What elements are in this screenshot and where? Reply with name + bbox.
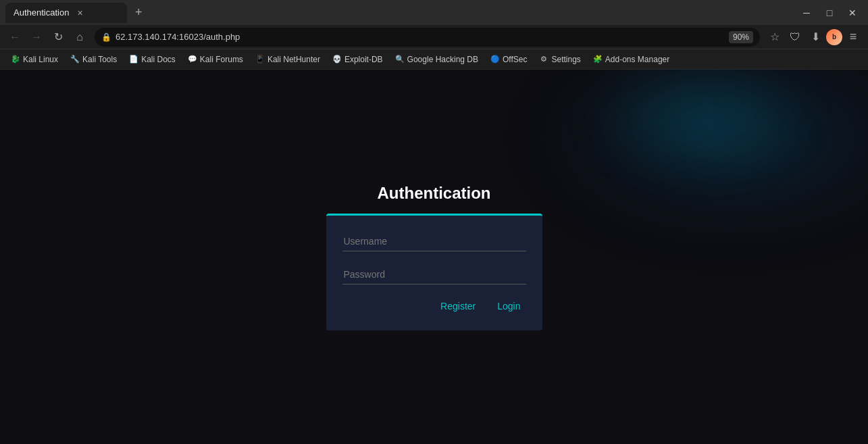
bookmark-star-button[interactable]: ☆ — [765, 28, 784, 47]
auth-card: Register Login — [326, 214, 542, 330]
kali-nethunter-favicon: 📱 — [255, 55, 265, 64]
navigation-bar: ← → ↻ ⌂ 🔒 90% ☆ 🛡 ⬇ b ≡ — [0, 25, 868, 49]
bookmark-settings[interactable]: ⚙Settings — [534, 53, 586, 66]
password-field-group — [342, 265, 526, 285]
google-hacking-db-label: Google Hacking DB — [407, 55, 478, 64]
new-tab-button[interactable]: + — [131, 5, 147, 20]
google-hacking-db-favicon: 🔍 — [395, 55, 405, 64]
forward-button[interactable]: → — [27, 28, 46, 47]
bookmark-offsec[interactable]: 🔵OffSec — [485, 53, 532, 66]
bookmark-kali-tools[interactable]: 🔧Kali Tools — [65, 53, 122, 66]
maximize-button[interactable]: □ — [819, 5, 840, 21]
window-controls: ─ □ ✕ — [796, 5, 863, 21]
form-actions: Register Login — [342, 298, 526, 314]
kali-tools-label: Kali Tools — [82, 55, 117, 64]
minimize-button[interactable]: ─ — [796, 5, 817, 21]
bookmarks-bar: 🐉Kali Linux🔧Kali Tools📄Kali Docs💬Kali Fo… — [0, 49, 868, 70]
bookmark-kali-nethunter[interactable]: 📱Kali NetHunter — [250, 53, 326, 66]
bookmark-exploit-db[interactable]: 💀Exploit-DB — [327, 53, 388, 66]
settings-label: Settings — [551, 55, 580, 64]
title-bar: Authentication × + ─ □ ✕ — [0, 0, 868, 25]
address-input[interactable] — [116, 32, 725, 42]
bookmark-kali-linux[interactable]: 🐉Kali Linux — [5, 53, 63, 66]
menu-button[interactable]: ≡ — [844, 28, 863, 47]
security-icon: 🔒 — [101, 32, 111, 42]
addons-manager-favicon: 🧩 — [593, 55, 603, 64]
refresh-button[interactable]: ↻ — [49, 28, 68, 47]
bookmark-kali-docs[interactable]: 📄Kali Docs — [124, 53, 181, 66]
browser-chrome: Authentication × + ─ □ ✕ ← → ↻ ⌂ 🔒 90% ☆… — [0, 0, 868, 70]
close-button[interactable]: ✕ — [842, 5, 863, 21]
bookmark-google-hacking-db[interactable]: 🔍Google Hacking DB — [390, 53, 484, 66]
nav-right-icons: ☆ 🛡 ⬇ b ≡ — [765, 28, 863, 47]
kali-forums-label: Kali Forums — [200, 55, 243, 64]
zoom-level[interactable]: 90% — [729, 31, 753, 43]
kali-linux-favicon: 🐉 — [11, 55, 20, 64]
pocket-button[interactable]: 🛡 — [786, 28, 805, 47]
home-button[interactable]: ⌂ — [70, 28, 89, 47]
download-button[interactable]: ⬇ — [806, 28, 825, 47]
active-tab[interactable]: Authentication × — [5, 3, 127, 23]
password-input[interactable] — [342, 265, 526, 285]
auth-container: Authentication Register Login — [326, 184, 542, 330]
kali-docs-label: Kali Docs — [141, 55, 176, 64]
exploit-db-label: Exploit-DB — [344, 55, 383, 64]
offsec-label: OffSec — [503, 55, 527, 64]
kali-linux-label: Kali Linux — [23, 55, 58, 64]
kali-nethunter-label: Kali NetHunter — [267, 55, 320, 64]
username-field-group — [342, 232, 526, 251]
bookmark-addons-manager[interactable]: 🧩Add-ons Manager — [588, 53, 675, 66]
bookmark-kali-forums[interactable]: 💬Kali Forums — [182, 53, 249, 66]
tab-close-icon[interactable]: × — [77, 7, 82, 18]
burp-suite-icon[interactable]: b — [826, 29, 842, 45]
address-bar-container: 🔒 90% — [95, 28, 760, 47]
username-input[interactable] — [342, 232, 526, 251]
kali-docs-favicon: 📄 — [129, 55, 138, 64]
login-button[interactable]: Login — [492, 298, 526, 314]
tab-title: Authentication — [14, 7, 69, 18]
exploit-db-favicon: 💀 — [332, 55, 342, 64]
addons-manager-label: Add-ons Manager — [605, 55, 669, 64]
offsec-favicon: 🔵 — [490, 55, 500, 64]
kali-tools-favicon: 🔧 — [70, 55, 80, 64]
register-button[interactable]: Register — [435, 298, 481, 314]
back-button[interactable]: ← — [5, 28, 24, 47]
page-content: Authentication Register Login — [0, 70, 868, 444]
kali-forums-favicon: 💬 — [188, 55, 197, 64]
page-title: Authentication — [378, 184, 491, 203]
settings-favicon: ⚙ — [539, 55, 548, 64]
